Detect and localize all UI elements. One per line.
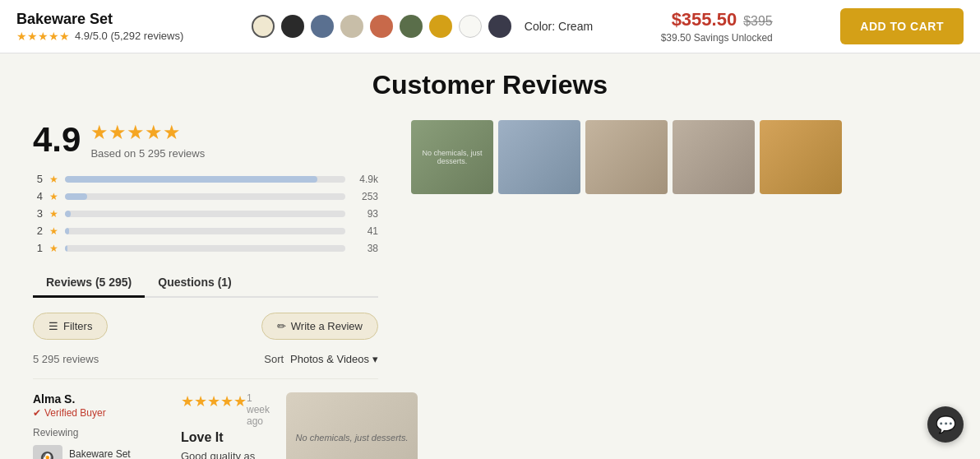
swatch-charcoal[interactable]: [488, 15, 511, 38]
right-panel: No chemicals, just desserts.: [411, 120, 947, 459]
color-label: Color: Cream: [525, 20, 593, 33]
chat-icon: 💬: [936, 415, 956, 434]
reviewing-label: Reviewing: [33, 427, 164, 438]
price-current: $355.50: [672, 9, 737, 30]
photo-thumb-3[interactable]: [585, 120, 668, 194]
overall-rating: 4.9 ★★★★★ Based on 5 295 reviews: [33, 120, 378, 160]
swatch-slate[interactable]: [311, 15, 334, 38]
color-swatch-section: Color: Cream: [252, 15, 593, 38]
review-body: ★★★★★ 1 week ago Love It Good quality as…: [181, 392, 270, 459]
sort-label: Sort: [264, 353, 284, 365]
bar-fill-4: [65, 193, 87, 200]
photo-thumb-5[interactable]: [760, 120, 842, 194]
product-title: Bakeware Set: [16, 11, 183, 28]
bar-track-2: [65, 228, 345, 234]
verified-icon: ✔: [33, 407, 41, 419]
filters-row: ☰ Filters ✏ Write a Review: [33, 313, 378, 340]
filter-button[interactable]: ☰ Filters: [33, 313, 108, 340]
filter-icon: ☰: [49, 320, 58, 332]
product-rating-row: ★★★★★ 4.9/5.0 (5,292 reviews): [16, 30, 183, 43]
left-panel: 4.9 ★★★★★ Based on 5 295 reviews 5 ★ 4.9…: [33, 120, 378, 459]
bar-track-5: [65, 176, 345, 183]
swatch-terracotta[interactable]: [370, 15, 393, 38]
swatch-gold[interactable]: [429, 15, 452, 38]
price-row: $355.50 $395: [672, 9, 773, 30]
filter-label: Filters: [63, 320, 92, 332]
review-photo-caption: No chemicals, just desserts.: [289, 426, 415, 449]
bar-row-2: 2 ★ 41: [33, 225, 378, 237]
chevron-down-icon: ▾: [372, 353, 378, 365]
product-avatar: 🍳: [33, 445, 62, 459]
reviews-layout: 4.9 ★★★★★ Based on 5 295 reviews 5 ★ 4.9…: [33, 120, 947, 459]
verified-badge: ✔ Verified Buyer: [33, 407, 164, 419]
reviews-count: 5 295 reviews: [33, 353, 99, 365]
tab-reviews[interactable]: Reviews (5 295): [33, 269, 145, 298]
review-item: Alma S. ✔ Verified Buyer Reviewing 🍳 Bak…: [33, 378, 378, 459]
bar-fill-2: [65, 228, 69, 234]
photo-thumb-4[interactable]: [673, 120, 755, 194]
product-info: Bakeware Set ★★★★★ 4.9/5.0 (5,292 review…: [16, 11, 183, 43]
price-section: $355.50 $395 $39.50 Savings Unlocked: [661, 9, 773, 44]
bar-row-5: 5 ★ 4.9k: [33, 173, 378, 185]
bar-fill-3: [65, 211, 71, 217]
header-rating-text: 4.9/5.0 (5,292 reviews): [75, 30, 183, 42]
sort-section: Sort Photos & Videos ▾: [264, 353, 378, 365]
review-title: Love It: [181, 430, 270, 445]
review-text: Good quality as described beautiful colo…: [181, 448, 270, 459]
savings-text: $39.50 Savings Unlocked: [661, 32, 773, 44]
photo-inner-4: [673, 120, 755, 194]
main-content: Customer Reviews 4.9 ★★★★★ Based on 5 29…: [0, 53, 980, 459]
review-photo-inner: No chemicals, just desserts.: [286, 392, 418, 459]
bar-row-1: 1 ★ 38: [33, 242, 378, 254]
bar-track-3: [65, 211, 345, 217]
photo-thumb-1[interactable]: No chemicals, just desserts.: [411, 120, 493, 194]
reviewer-product-wrapper: 🍳 Bakeware Set Gray: [33, 445, 164, 459]
review-stars: ★★★★★: [181, 392, 247, 410]
photo-grid: No chemicals, just desserts.: [411, 120, 947, 194]
swatch-sage[interactable]: [400, 15, 423, 38]
price-original: $395: [743, 14, 773, 29]
photo-inner-1: No chemicals, just desserts.: [411, 120, 493, 194]
bar-fill-1: [65, 245, 67, 252]
reviewing-product: Bakeware Set: [69, 448, 131, 459]
chat-bubble[interactable]: 💬: [927, 406, 964, 443]
review-date: 1 week ago: [247, 392, 270, 427]
sort-value: Photos & Videos: [290, 353, 369, 365]
photo-inner-2: [498, 120, 580, 194]
write-review-label: Write a Review: [291, 320, 363, 332]
reviewer-name: Alma S.: [33, 392, 164, 406]
bar-row-4: 4 ★ 253: [33, 190, 378, 202]
photo-inner-3: [585, 120, 668, 194]
review-photo: No chemicals, just desserts.: [286, 392, 418, 459]
bar-track-1: [65, 245, 345, 252]
overall-stars: ★★★★★: [90, 121, 205, 144]
based-on: Based on 5 295 reviews: [90, 147, 205, 160]
add-to-cart-button[interactable]: ADD TO CART: [840, 8, 964, 44]
swatch-black[interactable]: [281, 15, 304, 38]
reviewer-info: Alma S. ✔ Verified Buyer Reviewing 🍳 Bak…: [33, 392, 164, 459]
product-header: Bakeware Set ★★★★★ 4.9/5.0 (5,292 review…: [0, 0, 980, 53]
photo-inner-5: [760, 120, 842, 194]
sort-dropdown[interactable]: Photos & Videos ▾: [290, 353, 378, 365]
reviews-tabs: Reviews (5 295) Questions (1): [33, 269, 378, 298]
write-review-button[interactable]: ✏ Write a Review: [261, 313, 378, 340]
swatch-sand[interactable]: [340, 15, 363, 38]
reviews-count-sort: 5 295 reviews Sort Photos & Videos ▾: [33, 353, 378, 365]
rating-bars: 5 ★ 4.9k 4 ★ 253 3 ★: [33, 173, 378, 254]
section-title: Customer Reviews: [33, 70, 947, 100]
header-stars: ★★★★★: [16, 30, 70, 43]
tab-questions[interactable]: Questions (1): [145, 269, 244, 298]
overall-number: 4.9: [33, 120, 81, 160]
bar-row-3: 3 ★ 93: [33, 207, 378, 220]
bar-track-4: [65, 193, 345, 200]
photo-thumb-2[interactable]: [498, 120, 580, 194]
pencil-icon: ✏: [277, 320, 286, 332]
swatch-white[interactable]: [459, 15, 482, 38]
verified-text: Verified Buyer: [44, 407, 106, 419]
swatch-cream[interactable]: [252, 15, 275, 38]
bar-fill-5: [65, 176, 317, 183]
